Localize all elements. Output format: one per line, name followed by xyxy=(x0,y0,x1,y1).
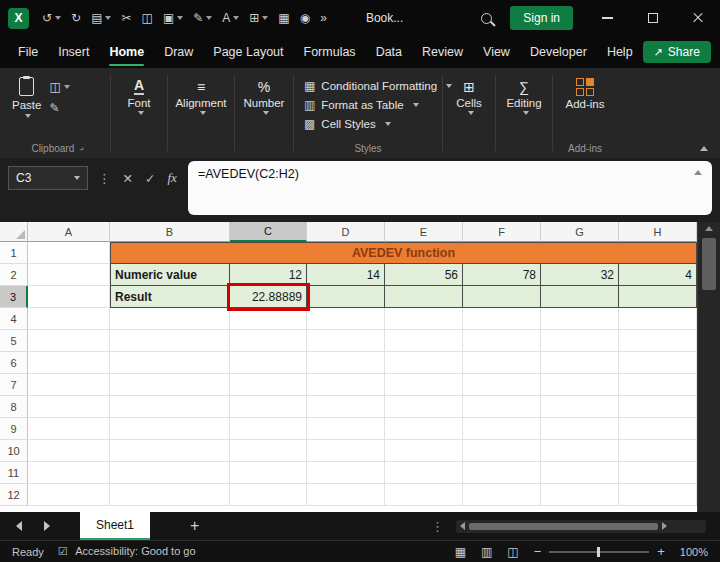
search-icon[interactable] xyxy=(481,13,492,24)
cell-banner-b1-h1[interactable]: AVEDEV function xyxy=(110,242,697,264)
cell[interactable] xyxy=(230,308,307,330)
row-header-7[interactable]: 7 xyxy=(0,374,28,396)
cell-e2[interactable]: 56 xyxy=(385,264,463,286)
cell-c2[interactable]: 12 xyxy=(230,264,307,286)
row-header-3[interactable]: 3 xyxy=(0,286,28,308)
column-header-b[interactable]: B xyxy=(110,222,230,242)
cell-a2[interactable] xyxy=(28,264,110,286)
cell[interactable] xyxy=(385,462,463,484)
cell[interactable] xyxy=(230,462,307,484)
zoom-slider-thumb[interactable] xyxy=(597,547,600,557)
more-options-icon[interactable]: ⋮ xyxy=(98,171,111,186)
borders-button[interactable]: ⊞ xyxy=(244,12,273,24)
cell-b2-label[interactable]: Numeric value xyxy=(110,264,230,286)
formula-input[interactable]: =AVEDEV(C2:H2) xyxy=(188,161,712,215)
column-header-g[interactable]: G xyxy=(541,222,619,242)
tab-draw[interactable]: Draw xyxy=(154,36,203,68)
cell-g2[interactable]: 32 xyxy=(541,264,619,286)
cell[interactable] xyxy=(541,418,619,440)
conditional-formatting-button[interactable]: ▦ Conditional Formatting xyxy=(304,79,432,93)
column-header-e[interactable]: E xyxy=(385,222,463,242)
cell[interactable] xyxy=(307,396,385,418)
normal-view-icon[interactable]: ▦ xyxy=(455,545,466,559)
row-header-1[interactable]: 1 xyxy=(0,242,28,264)
row-header-10[interactable]: 10 xyxy=(0,440,28,462)
cell-styles-button[interactable]: ▩ Cell Styles xyxy=(304,117,432,131)
cell[interactable] xyxy=(541,484,619,506)
zoom-in-icon[interactable]: + xyxy=(657,545,665,558)
cell[interactable] xyxy=(110,418,230,440)
column-header-a[interactable]: A xyxy=(28,222,110,242)
cell[interactable] xyxy=(619,440,697,462)
cell[interactable] xyxy=(619,352,697,374)
row-header-8[interactable]: 8 xyxy=(0,396,28,418)
cell[interactable] xyxy=(541,308,619,330)
cell[interactable] xyxy=(541,352,619,374)
insert-picture-button[interactable]: ▦ xyxy=(273,12,294,24)
paste-button-qat[interactable]: ▣ xyxy=(158,12,188,24)
cell-c3-result[interactable]: 22.88889 xyxy=(230,286,307,308)
cell[interactable] xyxy=(28,308,110,330)
camera-button[interactable]: ◉ xyxy=(295,12,315,24)
cell[interactable] xyxy=(619,330,697,352)
scroll-left-icon[interactable] xyxy=(460,522,465,530)
cell[interactable] xyxy=(463,462,541,484)
cell[interactable] xyxy=(230,418,307,440)
cell[interactable] xyxy=(541,374,619,396)
font-color-button[interactable]: A xyxy=(217,12,244,24)
share-button[interactable]: ↗ Share xyxy=(643,41,711,63)
document-title[interactable]: Book... xyxy=(366,11,403,25)
cell[interactable] xyxy=(619,374,697,396)
cell[interactable] xyxy=(230,352,307,374)
row-header-9[interactable]: 9 xyxy=(0,418,28,440)
enter-icon[interactable]: ✓ xyxy=(145,171,155,186)
expand-formula-bar-icon[interactable] xyxy=(694,170,702,175)
cell[interactable] xyxy=(541,462,619,484)
cell-d2[interactable]: 14 xyxy=(307,264,385,286)
cell[interactable] xyxy=(230,396,307,418)
vertical-scrollbar-thumb[interactable] xyxy=(702,238,716,290)
number-button[interactable]: % Number xyxy=(237,75,291,116)
cell[interactable] xyxy=(307,462,385,484)
tab-review[interactable]: Review xyxy=(412,36,473,68)
close-button[interactable] xyxy=(675,0,720,36)
cell[interactable] xyxy=(385,374,463,396)
cell[interactable] xyxy=(463,352,541,374)
format-as-table-button[interactable]: ▥ Format as Table xyxy=(304,98,432,112)
cell[interactable] xyxy=(541,330,619,352)
zoom-out-icon[interactable]: − xyxy=(534,545,542,558)
next-sheet-icon[interactable] xyxy=(44,521,50,531)
cell[interactable] xyxy=(230,330,307,352)
sheet-tab-sheet1[interactable]: Sheet1 xyxy=(80,512,150,540)
cell[interactable] xyxy=(230,484,307,506)
format-painter-button-qat[interactable]: ✎ xyxy=(188,12,217,24)
cell[interactable] xyxy=(28,396,110,418)
column-header-f[interactable]: F xyxy=(463,222,541,242)
cell[interactable] xyxy=(463,374,541,396)
cell[interactable] xyxy=(619,484,697,506)
row-header-12[interactable]: 12 xyxy=(0,484,28,506)
previous-sheet-icon[interactable] xyxy=(16,521,22,531)
cell[interactable] xyxy=(463,308,541,330)
row-header-11[interactable]: 11 xyxy=(0,462,28,484)
row-header-6[interactable]: 6 xyxy=(0,352,28,374)
cell[interactable] xyxy=(28,330,110,352)
cell-a1[interactable] xyxy=(28,242,110,264)
cell[interactable] xyxy=(619,418,697,440)
copy-button[interactable]: ◫ xyxy=(137,12,158,24)
cell[interactable] xyxy=(28,418,110,440)
cell[interactable] xyxy=(230,374,307,396)
cell[interactable] xyxy=(110,352,230,374)
cell[interactable] xyxy=(110,396,230,418)
cell[interactable] xyxy=(307,484,385,506)
tab-help[interactable]: Help xyxy=(597,36,643,68)
toolbar-overflow-button[interactable]: » xyxy=(315,12,332,24)
accessibility-status[interactable]: ☑ Accessibility: Good to go xyxy=(58,545,196,558)
copy-button-ribbon[interactable]: ◫ xyxy=(47,77,71,97)
column-header-h[interactable]: H xyxy=(619,222,697,242)
cell[interactable] xyxy=(110,330,230,352)
excel-logo-icon[interactable]: X xyxy=(8,8,29,29)
zoom-level[interactable]: 100% xyxy=(680,546,708,558)
cell[interactable] xyxy=(110,484,230,506)
cell[interactable] xyxy=(619,396,697,418)
